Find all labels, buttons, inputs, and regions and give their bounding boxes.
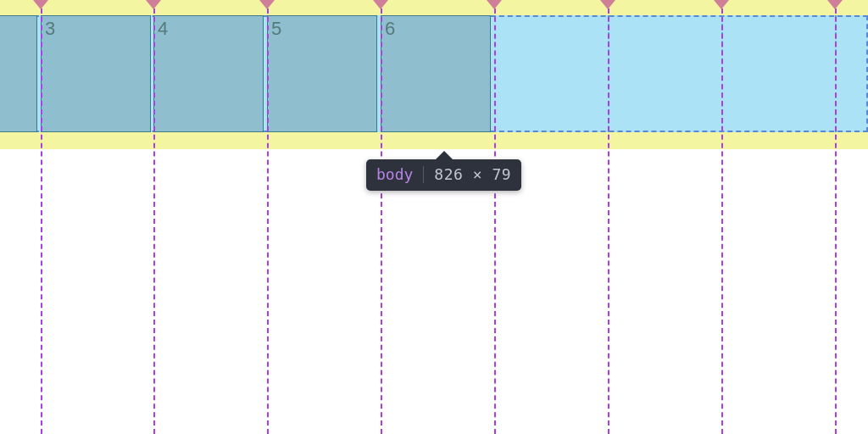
gridline-marker-icon xyxy=(33,0,48,9)
cell-label: 5 xyxy=(271,18,281,39)
gridline-marker-icon xyxy=(487,0,502,9)
column-guide xyxy=(608,0,609,434)
gridline-marker-icon xyxy=(600,0,615,9)
cell-label: 3 xyxy=(45,18,55,39)
tooltip-arrow-icon xyxy=(436,151,453,159)
tooltip-tag: body xyxy=(376,167,413,182)
gridline-marker-icon xyxy=(259,0,275,9)
column-guide xyxy=(41,0,42,434)
element-tooltip: body 826 × 79 xyxy=(366,159,521,191)
grid-cell xyxy=(0,15,37,132)
column-guide xyxy=(721,0,723,434)
tooltip-separator xyxy=(423,166,424,183)
grid-cell: 5 xyxy=(267,15,377,132)
cell-label: 4 xyxy=(158,18,168,39)
column-guide xyxy=(381,0,382,434)
gridline-marker-icon xyxy=(373,0,388,9)
tooltip-dimensions: 826 × 79 xyxy=(434,167,511,182)
cell-label: 6 xyxy=(385,18,395,39)
column-guide xyxy=(153,0,155,434)
column-guide xyxy=(835,0,837,434)
gridline-marker-icon xyxy=(827,0,843,9)
gridline-marker-icon xyxy=(714,0,729,9)
grid-cell: 4 xyxy=(153,15,264,132)
column-guide xyxy=(267,0,269,434)
inspector-viewport: 3 4 5 6 body 826 × 79 xyxy=(0,0,868,434)
grid-cell: 6 xyxy=(381,15,491,132)
column-guide xyxy=(494,0,496,434)
gridline-marker-icon xyxy=(146,0,161,9)
grid-cell: 3 xyxy=(41,15,151,132)
